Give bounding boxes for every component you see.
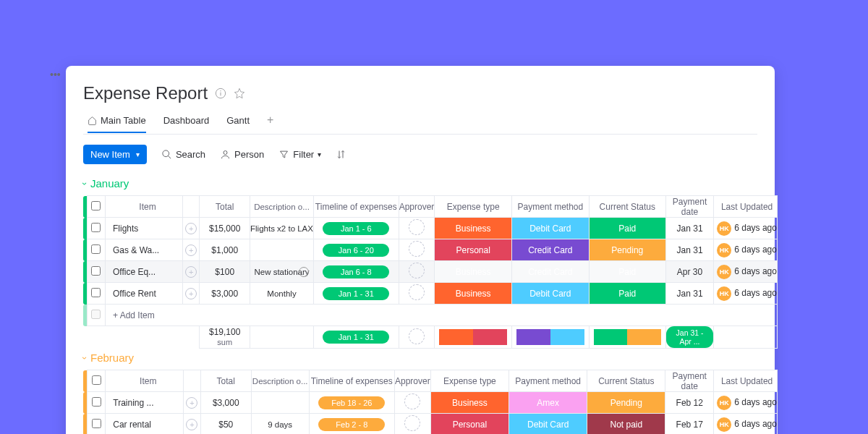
row-checkbox[interactable]	[91, 223, 101, 232]
row-checkbox[interactable]	[91, 244, 101, 254]
col-pdate[interactable]: Payment date	[665, 196, 713, 218]
cell-method[interactable]: Debit Card	[512, 218, 590, 239]
add-item-row[interactable]: + Add Item	[83, 305, 778, 326]
col-method[interactable]: Payment method	[509, 370, 587, 392]
search-button[interactable]: Search	[161, 149, 205, 160]
cell-item[interactable]: Office Eq...	[105, 261, 182, 283]
col-timeline[interactable]: Timeline of expenses	[313, 196, 399, 218]
cell-desc[interactable]: Flights x2 to LAX	[250, 218, 314, 239]
cell-etype[interactable]: Business	[435, 218, 512, 239]
table-row[interactable]: Training ... + $3,000 Feb 18 - 26 Busine…	[83, 392, 778, 414]
tab-dashboard[interactable]: Dashboard	[163, 112, 210, 133]
cell-method[interactable]: Credit Card	[512, 261, 590, 283]
cell-timeline[interactable]: Feb 18 - 26	[309, 392, 394, 414]
select-all-checkbox[interactable]	[92, 375, 101, 385]
add-icon[interactable]: +	[186, 397, 197, 409]
cell-updated[interactable]: HK6 days ago	[714, 414, 778, 435]
row-checkbox[interactable]	[92, 419, 101, 428]
cell-pdate[interactable]: Apr 30	[665, 261, 713, 283]
cell-desc[interactable]	[251, 392, 309, 414]
tab-gantt[interactable]: Gantt	[226, 112, 250, 133]
cell-status[interactable]: Paid	[589, 218, 665, 239]
cell-status[interactable]: Paid	[589, 283, 665, 305]
cell-updated[interactable]: HK6 days ago	[714, 239, 778, 261]
cell-timeline[interactable]: Jan 6 - 8	[313, 261, 399, 283]
cell-etype[interactable]: Personal	[430, 414, 509, 435]
cell-method[interactable]: Amex	[509, 392, 587, 414]
cell-desc[interactable]: 9 days	[251, 414, 309, 435]
cell-method[interactable]: Credit Card	[512, 239, 590, 261]
col-desc[interactable]: Description o...	[250, 196, 314, 218]
col-desc[interactable]: Description o...	[251, 370, 309, 392]
row-checkbox[interactable]	[91, 310, 101, 319]
cell-total[interactable]: $3,000	[200, 392, 251, 414]
cell-desc[interactable]: Monthly	[250, 283, 314, 305]
sort-button[interactable]	[336, 149, 346, 160]
add-icon[interactable]: +	[186, 419, 197, 430]
col-method[interactable]: Payment method	[512, 196, 590, 218]
cell-total[interactable]: $3,000	[200, 283, 250, 305]
cell-pdate[interactable]: Feb 12	[665, 392, 714, 414]
info-icon[interactable]	[215, 88, 226, 99]
cell-updated[interactable]: HK6 days ago	[714, 261, 778, 283]
add-icon[interactable]: +	[185, 223, 197, 234]
cell-status[interactable]: Paid	[589, 261, 665, 283]
cell-item[interactable]: Office Rent	[105, 283, 182, 305]
col-approver[interactable]: Approver	[399, 196, 435, 218]
add-tab-button[interactable]: +	[267, 111, 273, 134]
col-etype[interactable]: Expense type	[435, 196, 512, 218]
cell-status[interactable]: Pending	[589, 239, 665, 261]
group-header-february[interactable]: ›February	[83, 350, 775, 370]
table-row[interactable]: Office Rent + $3,000 Monthly Jan 1 - 31 …	[83, 283, 778, 305]
filter-button[interactable]: Filter▾	[278, 149, 321, 160]
tab-main-table[interactable]: Main Table	[88, 112, 146, 133]
col-total[interactable]: Total	[200, 370, 251, 392]
more-icon[interactable]: •••	[50, 69, 61, 80]
cell-etype[interactable]: Business	[435, 261, 512, 283]
table-row[interactable]: Car rental + $50 9 days Feb 2 - 8 Person…	[83, 414, 778, 435]
cell-item[interactable]: Car rental	[106, 414, 184, 435]
col-item[interactable]: Item	[105, 196, 182, 218]
cell-item[interactable]: Training ...	[106, 392, 184, 414]
cell-desc[interactable]	[250, 239, 314, 261]
add-icon[interactable]: +	[185, 288, 197, 299]
cell-timeline[interactable]: Feb 2 - 8	[309, 414, 394, 435]
cell-timeline[interactable]: Jan 6 - 20	[313, 239, 399, 261]
cell-timeline[interactable]: Jan 1 - 6	[313, 218, 399, 239]
col-status[interactable]: Current Status	[589, 196, 665, 218]
cell-pdate[interactable]: Jan 31	[665, 283, 713, 305]
cell-total[interactable]: $100	[200, 261, 250, 283]
col-timeline[interactable]: Timeline of expenses	[309, 370, 394, 392]
col-total[interactable]: Total	[200, 196, 250, 218]
cell-approver[interactable]	[399, 283, 435, 305]
cell-total[interactable]: $1,000	[200, 239, 250, 261]
cell-approver[interactable]	[399, 218, 435, 239]
table-row[interactable]: Office Eq... + $100 New stationary Jan 6…	[83, 261, 778, 283]
cell-approver[interactable]	[399, 239, 435, 261]
add-icon[interactable]: +	[185, 244, 197, 256]
cell-updated[interactable]: HK6 days ago	[714, 218, 778, 239]
cell-updated[interactable]: HK6 days ago	[714, 283, 778, 305]
cell-etype[interactable]: Personal	[435, 239, 512, 261]
table-row[interactable]: Gas & Wa... + $1,000 Jan 6 - 20 Personal…	[83, 239, 778, 261]
new-item-button[interactable]: New Item▾	[83, 145, 147, 164]
col-upd[interactable]: Last Updated	[714, 370, 778, 392]
cell-total[interactable]: $50	[200, 414, 251, 435]
row-checkbox[interactable]	[92, 397, 101, 407]
cell-approver[interactable]	[399, 261, 435, 283]
cell-approver[interactable]	[395, 392, 431, 414]
cell-pdate[interactable]: Feb 17	[665, 414, 714, 435]
cell-pdate[interactable]: Jan 31	[665, 218, 713, 239]
cell-method[interactable]: Debit Card	[509, 414, 587, 435]
select-all-checkbox[interactable]	[91, 201, 101, 210]
cell-pdate[interactable]: Jan 31	[665, 239, 713, 261]
star-icon[interactable]	[234, 88, 245, 99]
col-upd[interactable]: Last Updated	[714, 196, 778, 218]
row-checkbox[interactable]	[91, 288, 101, 297]
cell-updated[interactable]: HK6 days ago	[714, 392, 778, 414]
row-checkbox[interactable]	[91, 266, 101, 276]
cell-timeline[interactable]: Jan 1 - 31	[313, 283, 399, 305]
col-etype[interactable]: Expense type	[430, 370, 509, 392]
group-header-january[interactable]: ›January	[83, 176, 775, 195]
cell-etype[interactable]: Business	[435, 283, 512, 305]
